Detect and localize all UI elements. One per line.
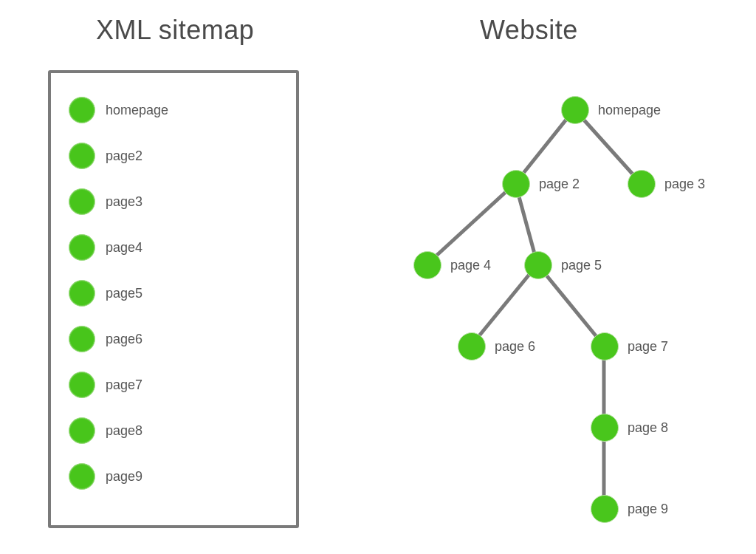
tree-node-page4: page 4 [413,251,491,279]
tree-node-label: page 5 [561,258,602,273]
sitemap-label: page9 [106,469,142,485]
sitemap-label: page8 [106,423,142,439]
tree-node-label: page 3 [664,177,705,192]
list-item: page4 [69,234,296,261]
dot-icon [69,143,95,169]
list-item: page7 [69,372,296,398]
website-title: Website [480,15,578,46]
dot-icon [458,332,486,360]
tree-node-label: page 2 [539,177,580,192]
dot-icon [69,326,95,352]
dot-icon [69,188,95,215]
sitemap-label: page6 [106,332,142,347]
dot-icon [628,170,656,198]
list-item: homepage [69,97,296,123]
xml-sitemap-title: XML sitemap [96,15,254,46]
dot-icon [591,495,619,523]
tree-node-label: page 9 [628,502,668,517]
tree-node-page2: page 2 [502,170,580,198]
tree-node-page7: page 7 [591,332,668,360]
tree-edges-svg [354,66,738,547]
dot-icon [69,280,95,307]
dot-icon [413,251,441,279]
dot-icon [69,234,95,261]
sitemap-label: homepage [106,103,168,118]
sitemap-label: page4 [106,240,142,256]
tree-node-homepage: homepage [561,96,661,124]
dot-icon [69,97,95,123]
tree-node-page9: page 9 [591,495,668,523]
tree-node-page8: page 8 [591,414,668,442]
sitemap-label: page2 [106,148,142,164]
sitemap-label: page7 [106,377,142,393]
list-item: page9 [69,463,296,490]
dot-icon [69,463,95,490]
tree-node-page5: page 5 [524,251,602,279]
dot-icon [69,372,95,398]
list-item: page6 [69,326,296,352]
tree-node-label: page 6 [495,339,535,355]
dot-icon [502,170,530,198]
tree-node-page6: page 6 [458,332,535,360]
dot-icon [561,96,589,124]
list-item: page5 [69,280,296,307]
dot-icon [69,417,95,444]
dot-icon [524,251,552,279]
tree-node-page3: page 3 [628,170,705,198]
tree-node-label: page 8 [628,420,668,436]
list-item: page2 [69,143,296,169]
xml-sitemap-box: homepage page2 page3 page4 page5 page6 p… [48,70,299,528]
tree-node-label: homepage [598,103,661,118]
list-item: page8 [69,417,296,444]
sitemap-label: page3 [106,194,142,210]
website-tree: homepagepage 2page 3page 4page 5page 6pa… [354,66,738,547]
sitemap-label: page5 [106,286,142,301]
tree-node-label: page 4 [450,258,491,273]
list-item: page3 [69,188,296,215]
dot-icon [591,332,619,360]
tree-node-label: page 7 [628,339,668,355]
dot-icon [591,414,619,442]
